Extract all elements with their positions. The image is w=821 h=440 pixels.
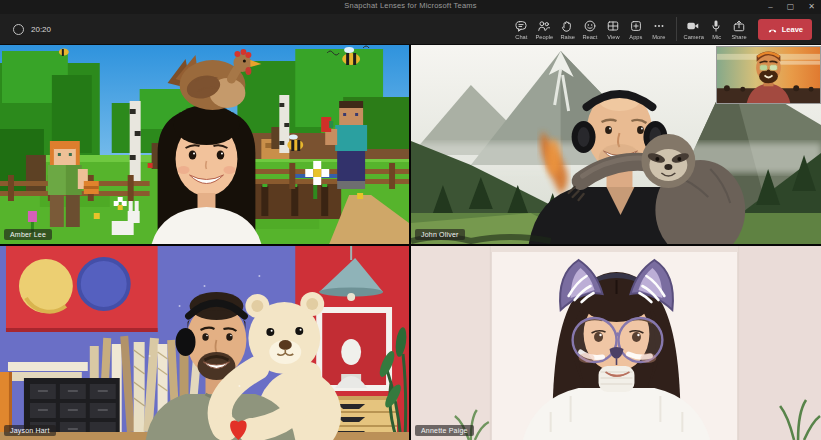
chat-button[interactable]: Chat: [510, 18, 533, 41]
self-view-graphic: [717, 47, 820, 103]
button-label: Apps: [630, 34, 643, 40]
camera-icon: [686, 19, 700, 33]
raise-hand-button[interactable]: Raise: [556, 18, 579, 41]
meeting-info: 20:20: [13, 24, 51, 35]
meeting-timer: 20:20: [31, 25, 51, 34]
minimize-button[interactable]: –: [768, 0, 772, 14]
button-label: Mic: [712, 34, 721, 40]
raise-hand-icon: [560, 19, 574, 33]
window-controls: – ▢ ✕: [768, 0, 815, 14]
leave-button[interactable]: Leave: [758, 19, 812, 40]
button-label: Camera: [683, 34, 703, 40]
more-button[interactable]: More: [648, 18, 671, 41]
chat-icon: [514, 19, 528, 33]
mic-icon: [709, 19, 723, 33]
apps-icon: [629, 19, 643, 33]
share-icon: [732, 19, 746, 33]
participant-name-label: Jayson Hart: [4, 425, 56, 436]
participant-name-label: Annette Paige: [415, 425, 474, 436]
video-grid: Amber Lee: [0, 45, 821, 440]
video-tile-amber-lee[interactable]: Amber Lee: [0, 45, 409, 244]
button-label: React: [583, 34, 598, 40]
camera-button[interactable]: Camera: [682, 18, 705, 41]
apps-button[interactable]: Apps: [625, 18, 648, 41]
button-label: Share: [732, 34, 747, 40]
share-button[interactable]: Share: [728, 18, 751, 41]
participant-name-label: Amber Lee: [4, 229, 52, 240]
meeting-toolbar: 20:20 Chat People: [0, 14, 821, 45]
mic-button[interactable]: Mic: [705, 18, 728, 41]
view-button[interactable]: View: [602, 18, 625, 41]
view-icon: [606, 19, 620, 33]
titlebar: Snapchat Lenses for Microsoft Teams – ▢ …: [0, 0, 821, 14]
cat-lens-scene-graphic: [411, 246, 821, 440]
window-title: Snapchat Lenses for Microsoft Teams: [0, 1, 821, 10]
toolbar-actions: Chat People Raise: [510, 17, 821, 41]
button-label: Chat: [515, 34, 527, 40]
teams-window: Snapchat Lenses for Microsoft Teams – ▢ …: [0, 0, 821, 440]
button-label: View: [607, 34, 619, 40]
video-tile-jayson-hart[interactable]: Jayson Hart: [0, 246, 409, 440]
toolbar-divider: [676, 17, 677, 41]
close-button[interactable]: ✕: [808, 0, 815, 14]
video-tile-annette-paige[interactable]: Annette Paige: [411, 246, 821, 440]
timer-icon: [13, 24, 24, 35]
button-label: People: [535, 34, 553, 40]
react-button[interactable]: React: [579, 18, 602, 41]
maximize-button[interactable]: ▢: [787, 0, 795, 14]
leave-label: Leave: [782, 25, 803, 34]
more-icon: [652, 19, 666, 33]
button-label: Raise: [560, 34, 575, 40]
participant-name-label: John Oliver: [415, 229, 465, 240]
minecraft-scene-graphic: [0, 45, 409, 244]
people-icon: [537, 19, 551, 33]
people-button[interactable]: People: [533, 18, 556, 41]
react-icon: [583, 19, 597, 33]
hang-up-icon: [767, 24, 778, 35]
studio-scene-graphic: [0, 246, 409, 440]
button-label: More: [653, 34, 666, 40]
self-view-tile[interactable]: [716, 46, 821, 104]
